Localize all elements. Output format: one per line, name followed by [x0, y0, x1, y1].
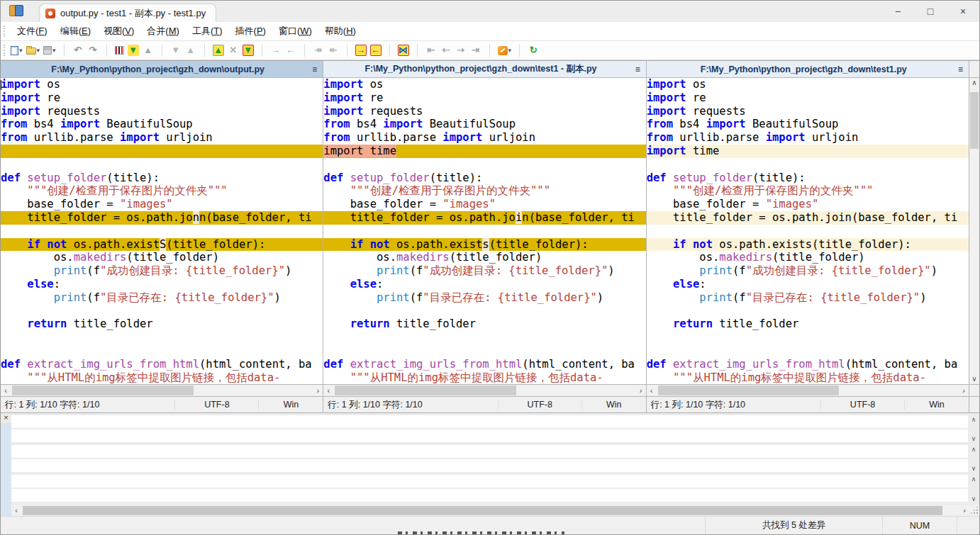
- copy-all-left-button-icon: ←: [370, 45, 382, 56]
- menu-item[interactable]: 插件(P): [229, 23, 272, 40]
- code-line: if not os.path.exists(title_folder):: [323, 238, 645, 252]
- scroll-right-icon[interactable]: ›: [959, 506, 969, 514]
- toolbar-separator: [489, 44, 496, 57]
- diff-pane-close-icon[interactable]: ×: [1, 413, 11, 423]
- code-line: def setup_folder(title):: [323, 171, 645, 185]
- first-file-button[interactable]: ⇤: [424, 43, 438, 58]
- code-line: return title_folder: [323, 317, 645, 331]
- menu-item[interactable]: 视图(V): [97, 23, 140, 40]
- next-3way-difference-button[interactable]: ▼: [169, 43, 183, 58]
- maximize-button[interactable]: □: [914, 1, 947, 22]
- diff-pane-title-strip[interactable]: 差异窗格: [1, 423, 11, 516]
- scrollbar-thumb[interactable]: [658, 385, 840, 395]
- scroll-up-icon[interactable]: ∧: [971, 78, 976, 88]
- code-line: def extract_img_urls_from_html(html_cont…: [323, 358, 645, 371]
- menu-item[interactable]: 合并(M): [140, 23, 186, 40]
- scrollbar-thumb[interactable]: [970, 92, 979, 149]
- last-file-button[interactable]: ⇥: [469, 43, 483, 58]
- scroll-down-icon[interactable]: ∨: [968, 435, 979, 442]
- diff-pane-line[interactable]: [11, 475, 968, 488]
- scroll-up-icon[interactable]: ∧: [968, 475, 979, 483]
- scroll-down-icon[interactable]: ∨: [971, 374, 976, 384]
- view-context-button[interactable]: [113, 43, 126, 58]
- pane-menu-icon[interactable]: ≡: [311, 64, 318, 74]
- diff-pane-line[interactable]: [11, 429, 968, 442]
- scroll-left-icon[interactable]: ‹: [323, 386, 333, 395]
- horizontal-scrollbar-pane3[interactable]: ‹›: [647, 385, 969, 396]
- close-button[interactable]: ×: [947, 1, 979, 22]
- code-line: def setup_folder(title):: [647, 171, 969, 185]
- options-button[interactable]: ▾: [496, 43, 513, 58]
- current-difference-button[interactable]: ✕: [226, 43, 240, 58]
- scroll-left-icon[interactable]: ‹: [647, 386, 657, 395]
- last-difference-button[interactable]: ▼: [241, 43, 255, 58]
- resize-grip[interactable]: [969, 505, 979, 515]
- open-button[interactable]: ▾: [25, 43, 42, 58]
- scroll-down-icon[interactable]: ∨: [968, 495, 979, 502]
- code-line: [1, 344, 323, 358]
- next-difference-button[interactable]: ▼: [126, 43, 140, 58]
- diff-pane-line[interactable]: [11, 459, 968, 472]
- code-line: title_folder = os.path.join(base_folder,…: [647, 211, 969, 225]
- pane-menu-icon[interactable]: ≡: [957, 64, 964, 74]
- scroll-right-icon[interactable]: ›: [636, 386, 646, 395]
- pane-menu-icon[interactable]: ≡: [634, 64, 642, 74]
- scroll-left-icon[interactable]: ‹: [11, 506, 21, 514]
- code-editor-pane3[interactable]: import osimport reimport requestsfrom bs…: [647, 78, 969, 384]
- diff-pane-line[interactable]: [11, 415, 968, 428]
- auto-merge-button[interactable]: ⋈: [396, 43, 411, 58]
- scroll-up-icon[interactable]: ∧: [968, 416, 979, 423]
- undo-button[interactable]: ↶: [71, 43, 85, 58]
- code-line: """创建/检查用于保存图片的文件夹""": [323, 184, 645, 198]
- copy-all-left-button[interactable]: ←: [369, 43, 383, 58]
- file-header-pane3[interactable]: F:\My_Python\python_project\gzh_down\tes…: [647, 61, 969, 77]
- diff-pane: × 差异窗格 ∧∨∧∨∧∨‹›: [1, 412, 979, 516]
- file-header-pane2[interactable]: F:\My_Python\python_project\gzh_down\tes…: [323, 61, 645, 77]
- code-editor-pane1[interactable]: import osimport reimport requestsfrom bs…: [1, 78, 323, 384]
- copy-right-advance-button[interactable]: ↠: [311, 43, 325, 58]
- refresh-button-icon: ↻: [528, 45, 539, 56]
- menu-item[interactable]: 编辑(E): [54, 23, 97, 40]
- save-button[interactable]: ▾: [42, 43, 57, 58]
- next-file-button[interactable]: ⇢: [454, 43, 468, 58]
- first-difference-button[interactable]: ▲: [211, 43, 225, 58]
- horizontal-scrollbar-pane2[interactable]: ‹›: [323, 385, 645, 396]
- copy-left-button[interactable]: ←: [284, 43, 298, 58]
- minimize-button[interactable]: −: [881, 1, 914, 22]
- scroll-right-icon[interactable]: ›: [959, 386, 969, 395]
- copy-right-button[interactable]: →: [269, 43, 283, 58]
- menu-item[interactable]: 窗口(W): [272, 23, 318, 40]
- scroll-left-icon[interactable]: ‹: [1, 386, 11, 395]
- cursor-position-status: 行: 1 列: 1/10 字符: 1/10: [647, 399, 820, 411]
- menu-item[interactable]: 工具(T): [186, 23, 229, 40]
- diff-pane-line[interactable]: [11, 445, 968, 458]
- code-line: return title_folder: [1, 317, 323, 331]
- scroll-right-icon[interactable]: ›: [313, 386, 323, 395]
- menu-item[interactable]: 文件(F): [11, 23, 54, 40]
- diff-pane-horizontal-scrollbar[interactable]: ‹›: [11, 505, 979, 516]
- refresh-button[interactable]: ↻: [526, 43, 540, 58]
- code-editor-pane2[interactable]: import osimport reimport requestsfrom bs…: [323, 78, 645, 384]
- app-icon[interactable]: [9, 4, 25, 18]
- window-tab[interactable]: output.py - test1 - 副本.py - test1.py: [39, 4, 216, 22]
- scroll-down-icon[interactable]: ∨: [968, 465, 979, 472]
- toolbar-separator: [106, 44, 113, 57]
- menu-item[interactable]: 帮助(H): [318, 23, 362, 40]
- scrollbar-thumb[interactable]: [12, 385, 194, 395]
- scrollbar-thumb[interactable]: [23, 506, 942, 515]
- diff-pane-line[interactable]: [11, 489, 968, 502]
- redo-button[interactable]: ↷: [86, 43, 100, 58]
- previous-difference-button[interactable]: ▲: [141, 43, 155, 58]
- scrollbar-thumb[interactable]: [335, 385, 516, 395]
- scroll-up-icon[interactable]: ∧: [968, 446, 979, 453]
- file-header-pane1[interactable]: F:\My_Python\python_project\gzh_down\out…: [1, 61, 323, 77]
- previous-file-button[interactable]: ⇠: [439, 43, 453, 58]
- code-line: import requests: [1, 105, 323, 118]
- copy-all-right-button[interactable]: →: [354, 43, 368, 58]
- previous-3way-difference-button[interactable]: ▲: [184, 43, 198, 58]
- new-file-button[interactable]: ▾: [9, 43, 24, 58]
- copy-left-advance-button[interactable]: ↞: [326, 43, 340, 58]
- vertical-scrollbar[interactable]: ∧∨: [969, 78, 979, 384]
- code-line: import time: [647, 145, 969, 158]
- horizontal-scrollbar-pane1[interactable]: ‹›: [1, 385, 323, 396]
